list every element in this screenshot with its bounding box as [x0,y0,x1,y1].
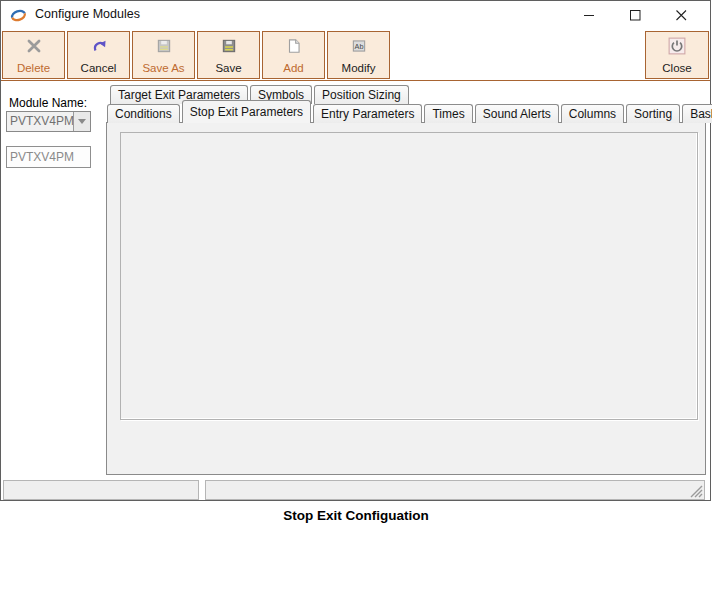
configure-modules-window: Configure Modules Delete [0,0,711,501]
module-combo-arrow[interactable] [73,112,90,131]
save-as-floppy-icon [155,37,173,55]
power-icon [668,37,686,55]
new-document-icon [285,37,303,55]
delete-label: Delete [17,62,50,74]
parameters-group-box [120,132,698,420]
tab-basket-miscellaneous[interactable]: Basket/Miscellaneous [682,104,712,123]
cancel-button[interactable]: Cancel [67,31,130,79]
cancel-label: Cancel [81,62,117,74]
resize-grip[interactable] [689,484,703,498]
close-window-button[interactable] [664,1,698,29]
screen: Configure Modules Delete [0,0,712,602]
undo-arrow-icon [90,37,108,55]
svg-text:Ab: Ab [354,42,363,51]
tab-columns[interactable]: Columns [561,104,624,123]
tab-sorting[interactable]: Sorting [626,104,680,123]
tab-strip-row2: Conditions Stop Exit Parameters Entry Pa… [107,104,712,123]
status-pane-right [205,480,705,500]
module-name-combo[interactable]: PVTXV4PM [6,111,91,132]
toolbar: Delete Cancel Save As [1,30,710,81]
add-button[interactable]: Add [262,31,325,79]
save-as-button[interactable]: Save As [132,31,195,79]
close-button[interactable]: Close [645,31,709,79]
window-controls [572,1,698,29]
tab-stop-exit-parameters[interactable]: Stop Exit Parameters [182,100,311,123]
window-title: Configure Modules [35,7,140,21]
delete-button[interactable]: Delete [2,31,65,79]
save-button[interactable]: Save [197,31,260,79]
tab-entry-parameters[interactable]: Entry Parameters [313,104,422,123]
status-pane-left [3,480,199,500]
tab-conditions[interactable]: Conditions [107,104,180,123]
maximize-button[interactable] [618,1,652,29]
title-bar[interactable]: Configure Modules [1,1,710,29]
add-label: Add [283,62,303,74]
maximize-icon [630,10,641,21]
modify-label: Modify [342,62,376,74]
chevron-down-icon [78,119,86,128]
close-label: Close [662,62,691,74]
modify-button[interactable]: Ab Modify [327,31,390,79]
save-as-label: Save As [142,62,184,74]
ab-edit-icon: Ab [350,37,368,55]
module-name-label: Module Name: [9,96,87,110]
save-floppy-icon [220,37,238,55]
minimize-icon [584,10,595,21]
minimize-button[interactable] [572,1,606,29]
save-label: Save [215,62,241,74]
module-name-combo-value: PVTXV4PM [7,112,73,131]
page-caption: Stop Exit Configuation [0,508,712,523]
close-icon [676,10,687,21]
tab-position-sizing[interactable]: Position Sizing [314,85,409,104]
tab-times[interactable]: Times [424,104,472,123]
app-logo-icon [10,7,27,24]
stop-exit-parameters-panel [106,122,706,475]
delete-x-icon [25,37,43,55]
tab-sound-alerts[interactable]: Sound Alerts [475,104,559,123]
